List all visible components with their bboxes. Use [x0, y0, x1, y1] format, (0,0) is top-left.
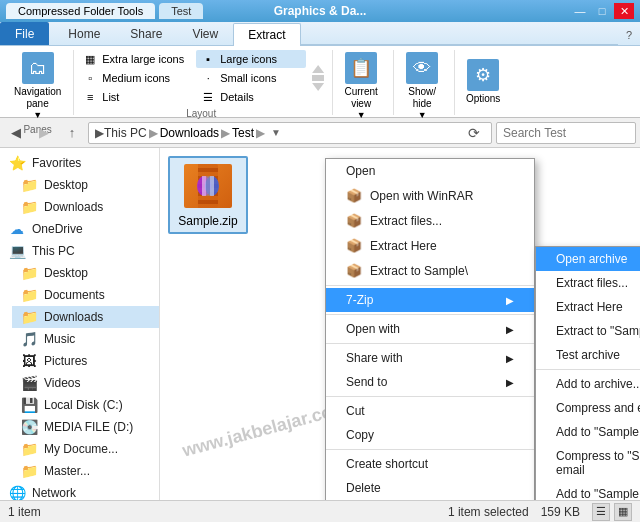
sub-cm-add-to-archive[interactable]: Add to archive...: [536, 372, 640, 396]
up-button[interactable]: ↑: [60, 122, 84, 144]
breadcrumb-test[interactable]: Test: [232, 126, 254, 140]
show-hide-button[interactable]: 👁 Show/hide ▼: [398, 50, 446, 122]
sub-cm-extract-here[interactable]: Extract Here: [536, 295, 640, 319]
cm-delete[interactable]: Delete: [326, 476, 534, 500]
cm-extract-here-label: Extract Here: [370, 239, 437, 253]
videos-icon: 🎬: [20, 375, 38, 391]
close-button[interactable]: ✕: [614, 3, 634, 19]
sidebar-item-master[interactable]: 📁 Master...: [12, 460, 159, 482]
nav-pane-button[interactable]: 🗂 Navigationpane ▼: [10, 50, 65, 122]
pictures-label: Pictures: [44, 354, 87, 368]
cm-open-winrar[interactable]: 📦 Open with WinRAR: [326, 183, 534, 208]
sidebar-item-music[interactable]: 🎵 Music: [12, 328, 159, 350]
sub-cm-test-archive[interactable]: Test archive: [536, 343, 640, 367]
status-bar: 1 item 1 item selected 159 KB ☰ ▦: [0, 500, 640, 522]
refresh-button[interactable]: ⟳: [463, 122, 485, 144]
sub-cm-compress-sample7z-email[interactable]: Compress to "Sample.7z" and email: [536, 444, 640, 482]
cm-create-shortcut[interactable]: Create shortcut: [326, 452, 534, 476]
mydocs-label: My Docume...: [44, 442, 118, 456]
sidebar-item-videos[interactable]: 🎬 Videos: [12, 372, 159, 394]
sidebar-item-desktop2[interactable]: 📁 Desktop: [12, 262, 159, 284]
sidebar-item-onedrive[interactable]: ☁ OneDrive: [0, 218, 159, 240]
ribbon-help-icon[interactable]: ?: [618, 25, 640, 45]
extra-large-icons-btn[interactable]: ▦ Extra large icons: [78, 50, 188, 68]
title-bar: Compressed Folder Tools Test Graphics & …: [0, 0, 640, 22]
favorites-sub: 📁 Desktop 📁 Downloads: [0, 174, 159, 218]
small-icons-btn[interactable]: · Small icons: [196, 69, 306, 87]
grid-view-toggle[interactable]: ▦: [614, 503, 632, 521]
details-btn[interactable]: ☰ Details: [196, 88, 306, 106]
sidebar-item-desktop[interactable]: 📁 Desktop: [12, 174, 159, 196]
sidebar-item-mydocs[interactable]: 📁 My Docume...: [12, 438, 159, 460]
cm-send-to-left: Send to: [346, 375, 387, 389]
sidebar-item-documents[interactable]: 📁 Documents: [12, 284, 159, 306]
file-icon-samplezip[interactable]: Sample.zip: [168, 156, 248, 234]
title-tab-test[interactable]: Test: [159, 3, 203, 19]
current-view-content: 📋 Currentview ▼: [337, 50, 385, 122]
sidebar-item-downloads-fav[interactable]: 📁 Downloads: [12, 196, 159, 218]
tab-home[interactable]: Home: [53, 22, 115, 45]
cm-7zip-label: 7-Zip: [346, 293, 373, 307]
cm-extract-files[interactable]: 📦 Extract files...: [326, 208, 534, 233]
maximize-button[interactable]: □: [592, 3, 612, 19]
sub-cm-add-samplezip[interactable]: Add to "Sample.zip": [536, 482, 640, 500]
tab-file[interactable]: File: [0, 22, 49, 45]
sidebar-item-media[interactable]: 💽 MEDIA FILE (D:): [12, 416, 159, 438]
cm-cut[interactable]: Cut: [326, 399, 534, 423]
options-button[interactable]: ⚙ Options: [459, 57, 507, 106]
scroll-down-arrow[interactable]: [312, 83, 324, 91]
extra-large-label: Extra large icons: [102, 53, 184, 65]
sub-cm-add-sample7z[interactable]: Add to "Sample.7z": [536, 420, 640, 444]
sub-context-menu-7zip: Open archive Extract files... Extract He…: [535, 246, 640, 500]
thispc-label: This PC: [32, 244, 75, 258]
mydocs-icon: 📁: [20, 441, 38, 457]
sidebar-item-favorites[interactable]: ⭐ Favorites: [0, 152, 159, 174]
forward-button[interactable]: ▶: [32, 122, 56, 144]
cm-open[interactable]: Open: [326, 159, 534, 183]
breadcrumb-thispc[interactable]: This PC: [104, 126, 147, 140]
downloads-fav-label: Downloads: [44, 200, 103, 214]
svg-rect-3: [206, 176, 210, 196]
tab-view[interactable]: View: [177, 22, 233, 45]
title-tab-compressed[interactable]: Compressed Folder Tools: [6, 3, 155, 19]
sub-cm-extract-files[interactable]: Extract files...: [536, 271, 640, 295]
cm-extract-here[interactable]: 📦 Extract Here: [326, 233, 534, 258]
sidebar-item-thispc[interactable]: 💻 This PC: [0, 240, 159, 262]
sidebar-item-downloads[interactable]: 📁 Downloads: [12, 306, 159, 328]
list-btn[interactable]: ≡ List: [78, 88, 188, 106]
large-icon: ▪: [200, 51, 216, 67]
cm-open-left: Open: [346, 164, 375, 178]
current-view-button[interactable]: 📋 Currentview ▼: [337, 50, 385, 122]
large-label: Large icons: [220, 53, 277, 65]
minimize-button[interactable]: —: [570, 3, 590, 19]
cm-copy[interactable]: Copy: [326, 423, 534, 447]
sidebar-item-network[interactable]: 🌐 Network: [0, 482, 159, 500]
large-icons-btn[interactable]: ▪ Large icons: [196, 50, 306, 68]
cm-extract-to-sample[interactable]: 📦 Extract to Sample\: [326, 258, 534, 283]
sidebar-item-pictures[interactable]: 🖼 Pictures: [12, 350, 159, 372]
cm-send-to[interactable]: Send to ▶: [326, 370, 534, 394]
medium-icons-btn[interactable]: ▫ Medium icons: [78, 69, 188, 87]
sub-cm-compress-email[interactable]: Compress and email...: [536, 396, 640, 420]
scroll-up-arrow[interactable]: [312, 65, 324, 73]
breadcrumb[interactable]: ▶ This PC ▶ Downloads ▶ Test ▶ ▼ ⟳: [88, 122, 492, 144]
cm-7zip[interactable]: 7-Zip ▶: [326, 288, 534, 312]
show-hide-content: 👁 Show/hide ▼: [398, 50, 446, 122]
search-input[interactable]: [503, 126, 640, 140]
sub-cm-open-archive[interactable]: Open archive: [536, 247, 640, 271]
breadcrumb-dropdown[interactable]: ▼: [271, 127, 281, 138]
tab-share[interactable]: Share: [115, 22, 177, 45]
title-bar-extra: Graphics & Da...: [274, 4, 367, 18]
layout-buttons: ▦ Extra large icons ▪ Large icons ▫ Medi…: [78, 50, 306, 106]
cm-share-with[interactable]: Share with ▶: [326, 346, 534, 370]
cm-7zip-left: 7-Zip: [346, 293, 373, 307]
list-view-toggle[interactable]: ☰: [592, 503, 610, 521]
cm-open-with[interactable]: Open with ▶: [326, 317, 534, 341]
sub-cm-extract-to-sample[interactable]: Extract to "Sample\": [536, 319, 640, 343]
sidebar-item-local-disk[interactable]: 💾 Local Disk (C:): [12, 394, 159, 416]
svg-rect-2: [202, 176, 206, 196]
breadcrumb-text: ▶: [95, 126, 104, 140]
tab-extract[interactable]: Extract: [233, 23, 300, 46]
back-button[interactable]: ◀: [4, 122, 28, 144]
breadcrumb-downloads[interactable]: Downloads: [160, 126, 219, 140]
